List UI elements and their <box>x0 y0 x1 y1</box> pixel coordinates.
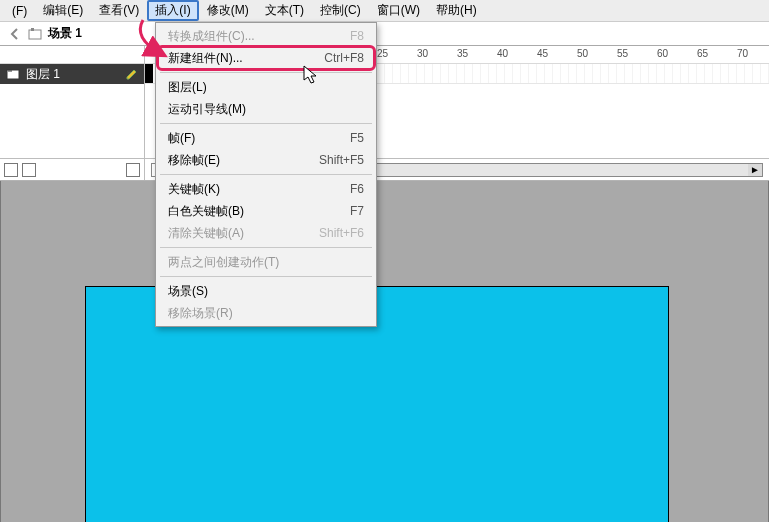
pencil-icon <box>126 68 138 80</box>
scene-title: 场景 1 <box>48 25 82 42</box>
svg-rect-1 <box>31 28 34 31</box>
scene-icon <box>28 27 42 41</box>
menu-remove-scene: 移除场景(R) <box>158 302 374 324</box>
menu-remove-frame[interactable]: 移除帧(E) Shift+F5 <box>158 149 374 171</box>
add-guide-button[interactable] <box>22 163 36 177</box>
menu-motion-guide[interactable]: 运动引导线(M) <box>158 98 374 120</box>
menubar: (F) 编辑(E) 查看(V) 插入(I) 修改(M) 文本(T) 控制(C) … <box>0 0 769 22</box>
layers-buttons <box>0 158 144 180</box>
layer-row[interactable]: 图层 1 <box>0 64 144 84</box>
menu-clear-keyframe: 清除关键帧(A) Shift+F6 <box>158 222 374 244</box>
menu-f[interactable]: (F) <box>4 2 35 20</box>
scroll-right-icon[interactable]: ► <box>748 164 762 176</box>
menu-help[interactable]: 帮助(H) <box>428 0 485 21</box>
layers-panel: 图层 1 <box>0 46 145 180</box>
timeline-area: 图层 1 25 30 35 40 45 50 55 60 65 <box>0 46 769 181</box>
delete-layer-button[interactable] <box>126 163 140 177</box>
menu-new-symbol[interactable]: 新建组件(N)... Ctrl+F8 <box>158 47 374 69</box>
tick-55: 55 <box>617 48 628 59</box>
menu-convert-to-symbol: 转换成组件(C)... F8 <box>158 25 374 47</box>
menu-insert[interactable]: 插入(I) <box>147 0 198 21</box>
layer-icon <box>6 67 20 81</box>
tick-35: 35 <box>457 48 468 59</box>
svg-rect-0 <box>29 30 41 39</box>
tick-40: 40 <box>497 48 508 59</box>
layer-label: 图层 1 <box>26 66 60 83</box>
menu-blank-keyframe[interactable]: 白色关键帧(B) F7 <box>158 200 374 222</box>
back-icon[interactable] <box>8 27 22 41</box>
menu-window[interactable]: 窗口(W) <box>369 0 428 21</box>
menu-edit[interactable]: 编辑(E) <box>35 0 91 21</box>
tick-30: 30 <box>417 48 428 59</box>
menu-scene[interactable]: 场景(S) <box>158 280 374 302</box>
menu-modify[interactable]: 修改(M) <box>199 0 257 21</box>
tick-70: 70 <box>737 48 748 59</box>
menu-view[interactable]: 查看(V) <box>91 0 147 21</box>
menu-frame[interactable]: 帧(F) F5 <box>158 127 374 149</box>
insert-dropdown: 转换成组件(C)... F8 新建组件(N)... Ctrl+F8 图层(L) … <box>155 22 377 327</box>
menu-layer[interactable]: 图层(L) <box>158 76 374 98</box>
add-layer-button[interactable] <box>4 163 18 177</box>
scene-titlebar: 场景 1 <box>0 22 769 46</box>
menu-text[interactable]: 文本(T) <box>257 0 312 21</box>
menu-keyframe[interactable]: 关键帧(K) F6 <box>158 178 374 200</box>
tick-65: 65 <box>697 48 708 59</box>
tick-25: 25 <box>377 48 388 59</box>
cursor-icon <box>303 65 319 85</box>
menu-control[interactable]: 控制(C) <box>312 0 369 21</box>
stage-background[interactable] <box>0 181 769 522</box>
tick-50: 50 <box>577 48 588 59</box>
tick-45: 45 <box>537 48 548 59</box>
tick-60: 60 <box>657 48 668 59</box>
menu-create-tween: 两点之间创建动作(T) <box>158 251 374 273</box>
